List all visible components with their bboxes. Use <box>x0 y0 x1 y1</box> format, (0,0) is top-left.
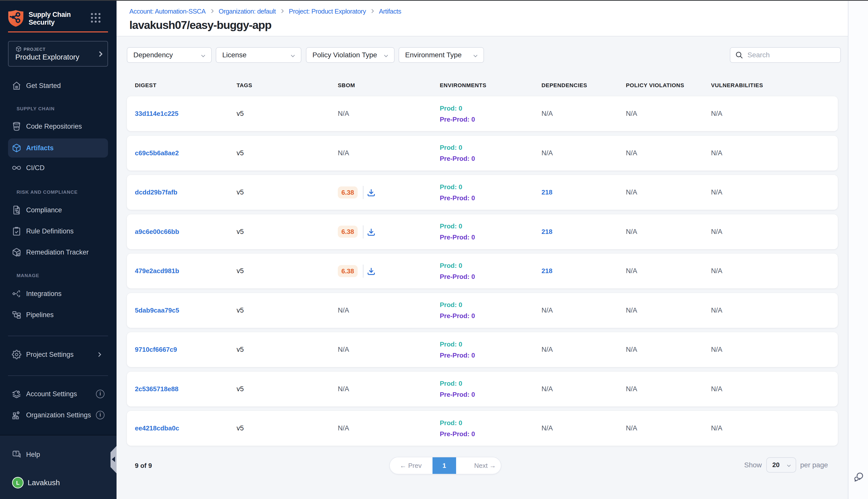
svg-text:?: ? <box>15 451 17 455</box>
